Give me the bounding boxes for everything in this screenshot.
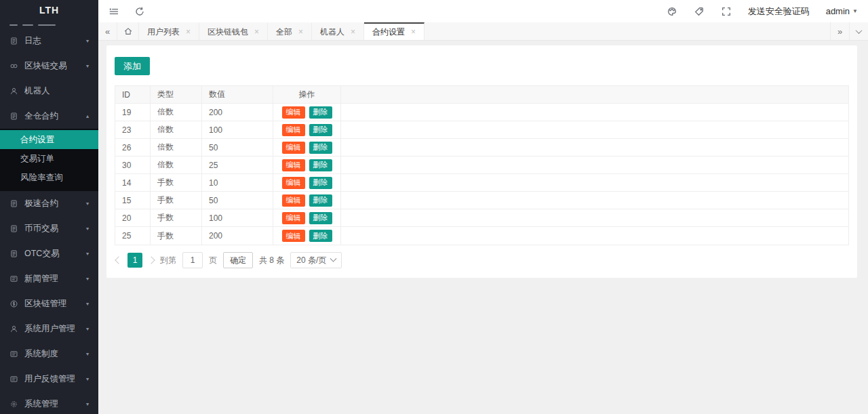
theme-palette-icon[interactable] <box>667 6 677 17</box>
cell-type: 手数 <box>151 209 202 226</box>
edit-button[interactable]: 编辑 <box>282 124 305 136</box>
cell-actions: 编辑 删除 <box>273 157 341 173</box>
sidebar-item-user-feedback[interactable]: 用户反馈管理 ▼ <box>0 367 98 392</box>
sidebar-item-system-users[interactable]: 系统用户管理 ▼ <box>0 316 98 341</box>
cell-value: 200 <box>202 104 273 121</box>
tabs-scroll-left-button[interactable]: « <box>98 22 117 40</box>
cell-type: 手数 <box>151 192 202 209</box>
page-number-input[interactable] <box>182 252 203 268</box>
content-card: 添加 ID 类型 数值 操作 19 倍数 200 编辑 <box>106 45 857 278</box>
sidebar-item-label: 新闻管理 <box>24 273 85 285</box>
cell-type: 倍数 <box>151 121 202 138</box>
prev-page-icon[interactable] <box>115 256 122 264</box>
tab-user-list[interactable]: 用户列表 × <box>139 22 199 40</box>
sidebar-item-coin-trade[interactable]: 币币交易 ▼ <box>0 216 98 241</box>
close-icon[interactable]: × <box>298 28 303 36</box>
sidebar-item-label: 极速合约 <box>24 198 85 209</box>
edit-button[interactable]: 编辑 <box>282 177 305 189</box>
sidebar-item-logs[interactable]: 日志 ▼ <box>0 28 98 54</box>
submenu-item-trade-orders[interactable]: 交易订单 <box>0 149 98 168</box>
chevron-down-icon: ▼ <box>85 301 90 306</box>
cell-filler <box>341 227 848 245</box>
send-security-code-button[interactable]: 发送安全验证码 <box>748 5 810 18</box>
delete-button[interactable]: 删除 <box>309 124 332 136</box>
delete-button[interactable]: 删除 <box>309 212 332 224</box>
refresh-icon[interactable] <box>134 6 145 17</box>
table-row: 14 手数 10 编辑 删除 <box>115 174 848 192</box>
edit-button[interactable]: 编辑 <box>282 106 305 119</box>
clipped-stroke <box>9 24 18 26</box>
news-icon <box>9 350 18 358</box>
delete-button[interactable]: 删除 <box>309 194 332 207</box>
cell-id: 26 <box>115 139 151 156</box>
delete-button[interactable]: 删除 <box>309 142 332 154</box>
edit-button[interactable]: 编辑 <box>282 194 305 207</box>
sidebar-item-label: 机器人 <box>24 85 90 97</box>
sidebar-item-system-rules[interactable]: 系统制度 ▼ <box>0 341 98 367</box>
sidebar-item-speed-contract[interactable]: 极速合约 ▼ <box>0 191 98 216</box>
topbar-left <box>108 6 145 17</box>
next-page-icon[interactable] <box>147 256 155 264</box>
tabs-scroll-right-button[interactable]: » <box>830 22 849 40</box>
sidebar-item-full-contract[interactable]: 全仓合约 ▲ <box>0 104 98 129</box>
per-page-value: 20 条/页 <box>296 255 326 266</box>
close-icon[interactable]: × <box>254 28 259 36</box>
tab-blockchain-wallet[interactable]: 区块链钱包 × <box>199 22 268 40</box>
cell-actions: 编辑 删除 <box>273 139 341 156</box>
collapse-menu-icon[interactable] <box>108 6 119 17</box>
clipped-menu-item[interactable] <box>0 19 98 28</box>
edit-button[interactable]: 编辑 <box>282 212 305 224</box>
sidebar-item-system-management[interactable]: 系统管理 ▼ <box>0 392 98 414</box>
per-page-select[interactable]: 20 条/页 <box>290 252 342 268</box>
cell-id: 15 <box>115 192 151 209</box>
edit-button[interactable]: 编辑 <box>282 159 305 171</box>
submenu-item-contract-settings[interactable]: 合约设置 <box>0 130 98 149</box>
tabs-menu-button[interactable] <box>849 22 868 40</box>
submenu-item-risk-rate-query[interactable]: 风险率查询 <box>0 168 98 187</box>
gear-icon <box>9 400 18 409</box>
goto-page-prefix: 到第 <box>160 255 176 266</box>
add-button[interactable]: 添加 <box>115 57 150 75</box>
edit-button[interactable]: 编辑 <box>282 230 305 242</box>
sidebar-item-news-management[interactable]: 新闻管理 ▼ <box>0 266 98 291</box>
total-count-label: 共 8 条 <box>259 255 284 266</box>
delete-button[interactable]: 删除 <box>309 106 332 119</box>
chevron-down-icon <box>856 27 863 34</box>
table-header-row: ID 类型 数值 操作 <box>115 86 848 104</box>
doc-icon <box>9 112 18 121</box>
chevron-down-icon: ▼ <box>85 276 90 281</box>
delete-button[interactable]: 删除 <box>309 177 332 189</box>
tab-contract-settings[interactable]: 合约设置 × <box>364 22 425 40</box>
close-icon[interactable]: × <box>351 28 355 36</box>
edit-button[interactable]: 编辑 <box>282 142 305 154</box>
delete-button[interactable]: 删除 <box>309 159 332 171</box>
user-dropdown[interactable]: admin ▼ <box>826 6 858 16</box>
data-table: ID 类型 数值 操作 19 倍数 200 编辑 删除 <box>115 85 849 245</box>
caret-down-icon: ▼ <box>852 8 858 14</box>
doc-icon <box>9 37 18 45</box>
fullscreen-icon[interactable] <box>721 6 732 17</box>
column-header-value: 数值 <box>202 86 273 103</box>
cell-filler <box>341 174 848 191</box>
confirm-page-button[interactable]: 确定 <box>223 252 253 268</box>
sidebar-item-robot[interactable]: 机器人 <box>0 79 98 104</box>
cell-value: 100 <box>202 121 273 138</box>
table-row: 30 倍数 25 编辑 删除 <box>115 157 848 174</box>
cell-type: 手数 <box>151 174 202 191</box>
delete-button[interactable]: 删除 <box>309 230 332 242</box>
tab-all[interactable]: 全部 × <box>268 22 312 40</box>
current-page-button[interactable]: 1 <box>127 253 142 268</box>
tab-robot[interactable]: 机器人 × <box>312 22 364 40</box>
main-area: 发送安全验证码 admin ▼ « 用户列表 × 区块链钱包 × 全部 × <box>98 0 868 414</box>
tag-icon[interactable] <box>694 6 705 17</box>
close-icon[interactable]: × <box>411 28 416 36</box>
home-tab-icon[interactable] <box>117 22 139 40</box>
sidebar-item-otc-trade[interactable]: OTC交易 ▼ <box>0 241 98 266</box>
cell-id: 23 <box>115 121 151 138</box>
sidebar-item-blockchain-trade[interactable]: 区块链交易 ▼ <box>0 54 98 79</box>
cell-type: 倍数 <box>151 139 202 156</box>
close-icon[interactable]: × <box>186 28 191 36</box>
cell-filler <box>341 209 848 226</box>
cell-filler <box>341 104 848 121</box>
sidebar-item-blockchain-management[interactable]: 区块链管理 ▼ <box>0 291 98 316</box>
